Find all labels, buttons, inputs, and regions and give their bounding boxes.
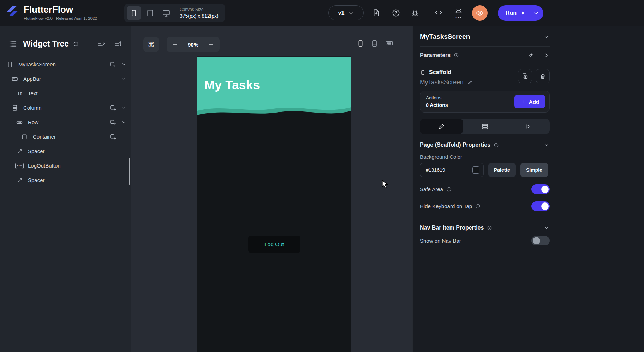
canvas-area[interactable]: ⌘ 90% My Tasks Log Out — [131, 26, 412, 352]
spacer-icon — [15, 177, 24, 183]
bug-report-button[interactable] — [409, 6, 421, 19]
phone-view-button[interactable] — [357, 40, 364, 47]
new-file-button[interactable] — [370, 6, 383, 19]
page-properties-header[interactable]: Page (Scaffold) Properties — [420, 142, 550, 148]
tree-item-spacer[interactable]: Spacer — [0, 173, 131, 187]
collapse-panel-button[interactable] — [543, 34, 550, 40]
add-widget-icon[interactable] — [109, 104, 117, 111]
widget-name-label: MyTasksScreen — [420, 79, 464, 86]
widget-tree-header: Widget Tree — [0, 26, 131, 49]
tree-item-text[interactable]: Tt Text — [0, 86, 131, 101]
tree-item-mytasksscreen[interactable]: MyTasksScreen — [0, 57, 131, 72]
version-dropdown[interactable]: v1 — [328, 5, 364, 20]
zoom-out-button[interactable] — [172, 41, 178, 48]
safe-area-toggle[interactable] — [531, 184, 550, 194]
chevron-down-icon[interactable] — [121, 76, 126, 81]
color-hex-input[interactable] — [425, 167, 462, 173]
container-icon — [20, 133, 29, 140]
navbar-properties-header[interactable]: Nav Bar Item Properties — [420, 225, 550, 231]
info-icon[interactable] — [475, 204, 481, 209]
column-icon — [11, 104, 19, 111]
phone-icon — [130, 9, 138, 17]
hide-keyboard-toggle[interactable] — [531, 201, 550, 211]
tree-item-row[interactable]: Row — [0, 115, 131, 129]
add-widget-icon[interactable] — [109, 61, 117, 68]
phone-preview[interactable]: My Tasks Log Out — [197, 57, 351, 352]
tree-item-logoutbutton[interactable]: BTN LogOutButton — [0, 158, 131, 173]
spacer-icon — [15, 148, 24, 154]
actions-box: Actions 0 Actions Add — [420, 91, 550, 113]
add-action-button[interactable]: Add — [514, 95, 545, 108]
tree-item-container[interactable]: Container — [0, 129, 131, 144]
chevron-down-icon[interactable] — [543, 225, 550, 231]
info-icon[interactable] — [494, 142, 499, 148]
info-icon[interactable] — [446, 187, 452, 192]
phone-appbar-title[interactable]: My Tasks — [204, 78, 260, 92]
download-apk-button[interactable]: APK — [451, 5, 466, 21]
tab-style[interactable] — [420, 119, 463, 134]
run-button-group: Run — [498, 5, 543, 21]
show-on-navbar-toggle[interactable] — [531, 236, 550, 245]
mouse-cursor — [381, 180, 389, 188]
tab-backend[interactable] — [463, 119, 507, 134]
open-parameters-button[interactable] — [543, 52, 550, 59]
keyboard-shortcuts-button[interactable]: ⌘ — [143, 37, 159, 52]
simple-button[interactable]: Simple — [520, 163, 548, 177]
show-on-navbar-label: Show on Nav Bar — [420, 238, 461, 244]
expand-collapse-icon — [114, 40, 122, 48]
parameters-row[interactable]: Parameters — [420, 47, 550, 64]
apk-label: APK — [455, 16, 462, 19]
tree-item-spacer[interactable]: Spacer — [0, 144, 131, 158]
phone-icon — [420, 69, 426, 75]
help-button[interactable] — [389, 6, 402, 19]
preview-eye-button[interactable] — [472, 5, 488, 21]
collapse-all-button[interactable] — [97, 40, 105, 48]
add-widget-icon[interactable] — [109, 133, 117, 140]
run-options-button[interactable] — [533, 10, 539, 16]
show-on-navbar-row: Show on Nav Bar — [420, 236, 550, 245]
rename-widget-button[interactable] — [467, 79, 473, 85]
edit-parameters-button[interactable] — [527, 52, 534, 59]
tab-actions[interactable] — [506, 119, 550, 134]
properties-tabs — [420, 119, 550, 134]
tree-item-column[interactable]: Column — [0, 101, 131, 115]
device-desktop-button[interactable] — [159, 6, 173, 20]
copy-widget-button[interactable] — [518, 69, 532, 83]
info-icon[interactable] — [73, 41, 79, 47]
help-icon — [392, 8, 400, 17]
info-icon[interactable] — [454, 53, 459, 58]
chevron-down-icon[interactable] — [543, 142, 550, 148]
device-tablet-button[interactable] — [143, 6, 157, 20]
sidebar-scrollbar-thumb[interactable] — [129, 158, 130, 185]
bug-icon — [411, 8, 419, 17]
info-icon[interactable] — [487, 225, 492, 231]
tree-item-appbar[interactable]: AppBar — [0, 72, 131, 86]
delete-widget-button[interactable] — [536, 69, 550, 83]
color-hex-field[interactable] — [420, 163, 484, 177]
widget-type-row: Scaffold — [420, 69, 473, 75]
logout-button-widget[interactable]: Log Out — [248, 236, 300, 253]
hide-keyboard-label: Hide Keyboard on Tap — [420, 203, 472, 209]
desktop-icon — [162, 9, 171, 17]
phone-icon — [6, 61, 14, 68]
parameters-label: Parameters — [420, 52, 451, 59]
chevron-down-icon[interactable] — [121, 120, 126, 125]
chevron-down-icon[interactable] — [121, 62, 126, 67]
add-widget-icon[interactable] — [109, 119, 117, 126]
color-swatch[interactable] — [472, 166, 479, 174]
run-button[interactable]: Run — [506, 10, 526, 16]
flutterflow-logo — [5, 4, 19, 20]
tree-item-label: Text — [28, 90, 126, 96]
keyboard-view-button[interactable] — [385, 39, 394, 48]
code-icon — [434, 8, 443, 17]
view-code-button[interactable] — [432, 6, 445, 19]
zoom-in-button[interactable] — [208, 41, 214, 48]
palette-button[interactable]: Palette — [488, 163, 516, 177]
device-phone-button[interactable] — [127, 6, 141, 20]
canvas-view-options — [357, 39, 394, 48]
tree-list-icon — [8, 40, 17, 48]
expand-collapse-button[interactable] — [114, 40, 122, 48]
phone-dock-view-button[interactable] — [371, 40, 378, 47]
chevron-down-icon[interactable] — [121, 105, 126, 110]
safe-area-row: Safe Area — [420, 184, 550, 194]
